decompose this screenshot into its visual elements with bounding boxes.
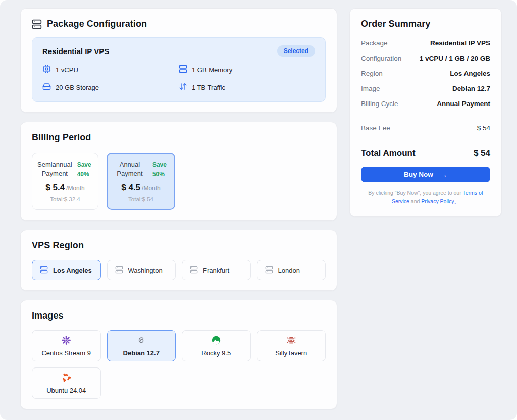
rocky-logo-icon	[211, 335, 221, 347]
buy-now-button[interactable]: Buy Now →	[361, 167, 490, 182]
divider	[361, 116, 490, 116]
summary-row-configuration: Configuration 1 vCPU / 1 GB / 20 GB	[361, 55, 490, 62]
centos-logo-icon	[61, 335, 71, 347]
billing-price: $ 5.4/Month	[37, 183, 93, 193]
cpu-icon	[42, 65, 51, 75]
billing-total: Total:$ 54	[112, 196, 170, 202]
buy-now-label: Buy Now	[404, 171, 433, 178]
billing-option-name: Semiannual Payment	[37, 160, 72, 178]
image-label: Ubuntu 24.04	[46, 387, 86, 394]
summary-value: Annual Payment	[437, 100, 490, 108]
summary-label: Region	[361, 70, 383, 77]
base-fee-value: $ 54	[477, 124, 490, 132]
billing-option-annual[interactable]: Annual Payment Save 50% $ 4.5/Month Tota…	[107, 153, 175, 210]
server-icon	[32, 19, 42, 29]
region-label: Frankfurt	[203, 267, 229, 274]
summary-row-billing-cycle: Billing Cycle Annual Payment	[361, 100, 490, 108]
summary-row-region: Region Los Angeles	[361, 70, 490, 77]
server-icon	[40, 266, 48, 275]
summary-value: 1 vCPU / 1 GB / 20 GB	[420, 55, 490, 62]
billing-price: $ 4.5/Month	[112, 183, 170, 193]
server-icon	[265, 266, 273, 275]
total-amount-row: Total Amount $ 54	[361, 148, 490, 159]
image-label: Rocky 9.5	[201, 349, 231, 357]
terms-period: 。	[454, 198, 460, 204]
billing-save-badge: Save 50%	[152, 160, 170, 179]
billing-save-badge: Save 40%	[77, 160, 93, 179]
spec-label: 1 GB Memory	[192, 66, 232, 74]
summary-value: Los Angeles	[450, 70, 490, 77]
image-label: SillyTavern	[275, 349, 307, 357]
privacy-policy-link[interactable]: Privacy Policy	[421, 198, 454, 204]
image-button-debian[interactable]: Debian 12.7	[107, 330, 176, 361]
server-icon	[115, 266, 123, 275]
base-fee-row: Base Fee $ 54	[361, 124, 490, 132]
traffic-icon	[179, 82, 187, 92]
summary-label: Configuration	[361, 55, 401, 62]
billing-period-card: Billing Period Semiannual Payment Save 4…	[20, 122, 337, 221]
debian-logo-icon	[136, 335, 146, 347]
summary-label: Billing Cycle	[361, 100, 398, 108]
summary-label: Image	[361, 85, 380, 92]
images-card: Images Centos Stream 9 Debian 12.7	[20, 300, 337, 409]
package-configuration-title: Package Configuration	[47, 19, 147, 29]
image-button-centos[interactable]: Centos Stream 9	[32, 330, 101, 361]
region-button-london[interactable]: London	[257, 260, 326, 280]
selected-package-card[interactable]: Residential IP VPS Selected 1 vCPU	[32, 37, 326, 102]
selected-badge: Selected	[277, 45, 315, 57]
image-label: Centos Stream 9	[41, 349, 91, 357]
package-name: Residential IP VPS	[42, 47, 109, 56]
region-label: Washington	[128, 267, 163, 274]
spec-cpu: 1 vCPU	[42, 65, 179, 75]
vps-region-title: VPS Region	[32, 240, 326, 251]
billing-period-title: Billing Period	[32, 132, 326, 143]
billing-option-name: Annual Payment	[112, 160, 147, 178]
region-button-washington[interactable]: Washington	[107, 260, 176, 280]
region-button-los-angeles[interactable]: Los Angeles	[32, 260, 101, 280]
region-button-frankfurt[interactable]: Frankfurt	[182, 260, 251, 280]
spec-traffic: 1 TB Traffic	[179, 82, 315, 92]
order-summary-card: Order Summary Package Residential IP VPS…	[349, 8, 502, 217]
vps-region-card: VPS Region Los Angeles Washington Frankf…	[20, 230, 337, 291]
summary-label: Package	[361, 39, 388, 47]
billing-option-semiannual[interactable]: Semiannual Payment Save 40% $ 5.4/Month …	[32, 153, 98, 210]
summary-row-image: Image Debian 12.7	[361, 85, 490, 92]
summary-value: Debian 12.7	[452, 85, 490, 92]
billing-total: Total:$ 32.4	[37, 196, 93, 202]
image-button-ubuntu[interactable]: Ubuntu 24.04	[32, 368, 101, 399]
storage-icon	[42, 82, 51, 92]
spec-label: 20 GB Storage	[56, 84, 99, 91]
spec-label: 1 vCPU	[56, 66, 78, 74]
spec-memory: 1 GB Memory	[179, 65, 315, 75]
server-icon	[190, 266, 198, 275]
images-title: Images	[32, 310, 326, 321]
terms-and: and	[411, 198, 420, 204]
total-amount-value: $ 54	[474, 148, 490, 159]
order-summary-title: Order Summary	[361, 19, 490, 29]
memory-icon	[179, 65, 187, 75]
image-button-sillytavern[interactable]: SillyTavern	[257, 330, 326, 361]
base-fee-label: Base Fee	[361, 124, 390, 132]
image-label: Debian 12.7	[123, 349, 160, 357]
sillytavern-logo-icon	[286, 335, 296, 347]
terms-text: By clicking "Buy Now", you agree to our	[368, 190, 461, 196]
arrow-right-icon: →	[440, 171, 447, 179]
vps-order-page: Package Configuration Residential IP VPS…	[0, 0, 517, 420]
total-amount-label: Total Amount	[361, 148, 416, 159]
terms-footnote: By clicking "Buy Now", you agree to our …	[361, 189, 490, 206]
summary-row-package: Package Residential IP VPS	[361, 39, 490, 47]
spec-storage: 20 GB Storage	[42, 82, 179, 92]
region-label: London	[278, 267, 300, 274]
ubuntu-logo-icon	[61, 373, 71, 384]
image-button-rocky[interactable]: Rocky 9.5	[182, 330, 251, 361]
divider	[361, 140, 490, 140]
region-label: Los Angeles	[53, 267, 92, 274]
spec-label: 1 TB Traffic	[192, 84, 225, 91]
summary-value: Residential IP VPS	[430, 39, 490, 47]
package-configuration-card: Package Configuration Residential IP VPS…	[20, 8, 337, 113]
